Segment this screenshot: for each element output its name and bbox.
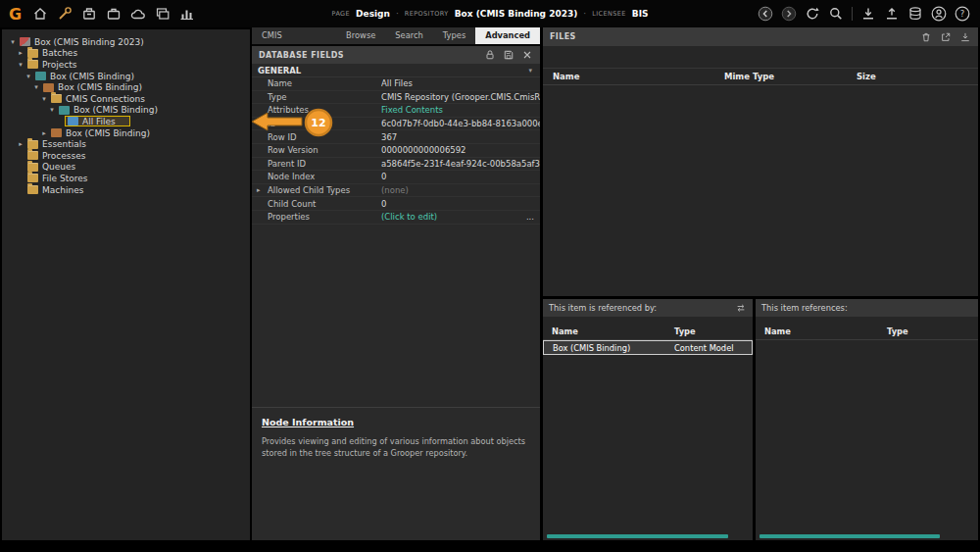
property-value[interactable]: 0 xyxy=(381,199,540,209)
expander-icon[interactable]: ▸ xyxy=(16,49,25,57)
tab-cmis-repository[interactable]: CMIS Repository xyxy=(252,27,336,44)
licensee-value[interactable]: BIS xyxy=(632,9,649,19)
expander-icon[interactable]: ▸ xyxy=(39,129,49,137)
tree-item-project-box[interactable]: ▾ Box (CMIS Binding) xyxy=(2,71,250,82)
user-icon[interactable] xyxy=(931,6,947,22)
tab-search[interactable]: Search xyxy=(385,27,433,44)
referenced-by-row[interactable]: Box (CMIS Binding) Content Model xyxy=(543,340,753,355)
property-value[interactable]: 0 xyxy=(381,172,540,181)
property-row-attributes[interactable]: Attributes Fixed Contents xyxy=(252,104,540,118)
tree-item-essentials[interactable]: ▸ Essentials xyxy=(2,138,250,150)
tree-item-projects[interactable]: ▾ Projects xyxy=(2,59,250,71)
property-value[interactable]: All Files xyxy=(381,78,540,88)
file-stores-icon[interactable] xyxy=(155,6,171,22)
projects-icon[interactable] xyxy=(106,6,122,22)
tree-item-label: Box (CMIS Binding) xyxy=(74,105,158,115)
tree-item-machines[interactable]: Machines xyxy=(2,184,250,196)
tab-advanced[interactable]: Advanced xyxy=(475,27,540,44)
property-row-id[interactable]: ID 6c0d7b7f-0db0-44e3-bb84-8163a000e... xyxy=(252,118,540,131)
property-row-node-index[interactable]: Node Index 0 xyxy=(252,171,540,184)
page-value[interactable]: Design xyxy=(356,9,390,19)
property-value[interactable]: 6c0d7b7f-0db0-44e3-bb84-8163a000e... xyxy=(381,119,540,128)
expander-icon[interactable]: ▾ xyxy=(24,73,33,80)
property-value[interactable]: 0000000000006592 xyxy=(381,145,540,155)
expander-icon[interactable]: ▾ xyxy=(31,83,41,91)
stats-icon[interactable] xyxy=(179,6,195,22)
help-icon[interactable]: ? xyxy=(955,6,970,22)
property-value[interactable]: Fixed Contents xyxy=(381,105,540,115)
tree-item-file-stores[interactable]: File Stores xyxy=(2,173,250,184)
delete-icon[interactable] xyxy=(920,31,932,43)
property-row-allowed-child-types[interactable]: ▸ Allowed Child Types (none) xyxy=(252,184,540,198)
selected-tree-node[interactable]: All Files xyxy=(65,116,130,126)
folder-icon xyxy=(27,49,38,58)
column-mime-type[interactable]: Mime Type xyxy=(724,72,857,81)
property-value[interactable]: (none) xyxy=(381,185,540,195)
database-icon[interactable] xyxy=(907,6,923,22)
tree-item-all-files[interactable]: All Files xyxy=(2,116,250,127)
download-files-icon[interactable] xyxy=(959,31,971,43)
references-table-body[interactable] xyxy=(756,340,978,540)
upload-icon[interactable] xyxy=(884,6,900,22)
tree-item-cmis-connections[interactable]: ▾ CMIS Connections xyxy=(2,93,250,105)
property-value[interactable]: a5864f5e-231f-4eaf-924c-00b58a5af30d xyxy=(381,159,540,169)
property-value[interactable]: (Click to edit) xyxy=(381,212,520,222)
tab-browse[interactable]: Browse xyxy=(336,27,385,44)
property-row-name[interactable]: Name All Files xyxy=(252,77,540,91)
tools-icon[interactable] xyxy=(57,6,73,22)
back-button[interactable] xyxy=(758,6,773,22)
link-icon[interactable] xyxy=(735,302,747,314)
help-text: Provides viewing and editing of various … xyxy=(262,435,530,460)
chevron-down-icon[interactable]: ▾ xyxy=(528,67,532,75)
tree-item-content-model-box[interactable]: ▾ Box (CMIS Binding) xyxy=(2,81,250,93)
tree-item-content-model-box-2[interactable]: ▸ Box (CMIS Binding) xyxy=(2,127,250,139)
horizontal-scrollbar[interactable] xyxy=(760,534,940,538)
column-name[interactable]: Name xyxy=(764,326,887,336)
section-general[interactable]: GENERAL ▾ xyxy=(252,64,540,77)
home-icon[interactable] xyxy=(32,6,48,22)
tree-item-queues[interactable]: Queues xyxy=(2,162,250,174)
search-icon[interactable] xyxy=(828,6,844,22)
property-row-child-count[interactable]: Child Count 0 xyxy=(252,197,540,211)
expander-icon[interactable]: ▾ xyxy=(47,106,57,114)
column-name[interactable]: Name xyxy=(553,72,724,81)
expander-icon[interactable]: ▾ xyxy=(16,61,25,69)
save-icon[interactable] xyxy=(503,49,514,61)
tree-item-label: Batches xyxy=(42,48,77,58)
open-external-icon[interactable] xyxy=(940,31,952,43)
tree-item-cmis-connection-box[interactable]: ▾ Box (CMIS Binding) xyxy=(2,105,250,117)
column-name[interactable]: Name xyxy=(552,326,674,336)
tab-types[interactable]: Types xyxy=(433,27,475,44)
refresh-icon[interactable] xyxy=(805,6,820,22)
tree-item-processes[interactable]: Processes xyxy=(2,150,250,162)
expander-icon[interactable]: ▾ xyxy=(8,38,18,46)
property-row-parent-id[interactable]: Parent ID a5864f5e-231f-4eaf-924c-00b58a… xyxy=(252,158,540,172)
horizontal-scrollbar[interactable] xyxy=(547,534,728,538)
cloud-icon[interactable] xyxy=(130,6,146,22)
lock-icon[interactable] xyxy=(484,49,496,61)
column-type[interactable]: Type xyxy=(887,326,978,336)
grooper-logo[interactable]: G xyxy=(0,5,32,24)
column-size[interactable]: Size xyxy=(857,72,978,81)
expander-icon[interactable]: ▸ xyxy=(257,186,261,194)
expander-icon[interactable]: ▾ xyxy=(39,95,49,103)
tree-item-repository[interactable]: ▾ Box (CMIS Binding 2023) xyxy=(2,36,250,48)
batches-icon[interactable] xyxy=(81,6,97,22)
ellipsis-button[interactable]: ... xyxy=(520,212,540,222)
repository-value[interactable]: Box (CMIS Binding 2023) xyxy=(455,9,578,19)
property-value[interactable]: 367 xyxy=(381,132,540,142)
property-row-type[interactable]: Type CMIS Repository (Grooper.CMIS.CmisR… xyxy=(252,91,540,105)
folder-icon xyxy=(27,140,38,149)
tree-item-batches[interactable]: ▸ Batches xyxy=(2,48,250,60)
property-row-properties[interactable]: Properties (Click to edit) ... xyxy=(252,211,540,225)
property-value[interactable]: CMIS Repository (Grooper.CMIS.CmisR... xyxy=(381,92,540,102)
files-table-body[interactable] xyxy=(543,85,978,296)
property-row-row-id[interactable]: Row ID 367 xyxy=(252,130,540,144)
forward-button[interactable] xyxy=(781,6,797,22)
column-type[interactable]: Type xyxy=(674,326,753,336)
close-icon[interactable] xyxy=(521,49,533,61)
expander-icon[interactable]: ▸ xyxy=(16,140,25,148)
property-label: Row ID xyxy=(252,132,381,142)
property-row-row-version[interactable]: Row Version 0000000000006592 xyxy=(252,144,540,158)
download-icon[interactable] xyxy=(860,6,876,22)
